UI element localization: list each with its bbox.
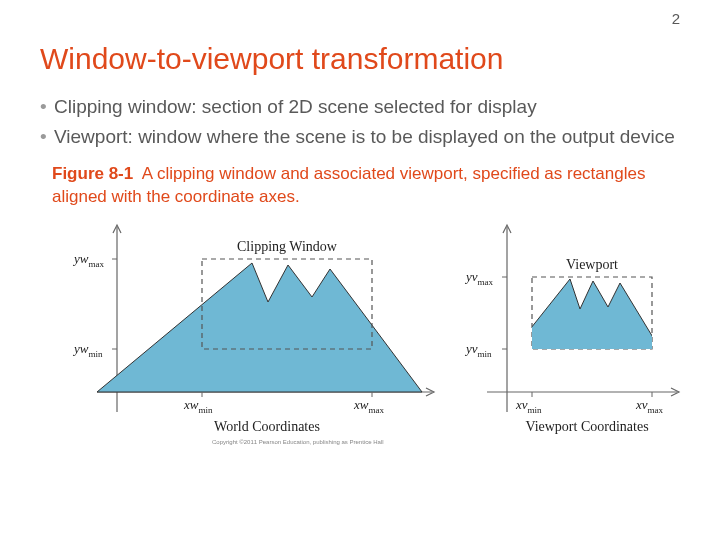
label-yvmax: yvmax [464,269,494,287]
figure-caption: Figure 8-1 A clipping window and associa… [52,163,680,209]
page-number: 2 [672,10,680,27]
label-xvmax: xvmax [635,397,664,415]
label-xwmax: xwmax [353,397,384,415]
viewport-coordinates-label: Viewport Coordinates [525,419,648,434]
copyright-text: Copyright ©2011 Pearson Education, publi… [212,439,384,445]
bullet-list: Clipping window: section of 2D scene sel… [40,94,680,149]
slide-title: Window-to-viewport transformation [40,42,680,76]
figure-area: ywmax ywmin xwmin xwmax Clipping Window … [52,217,692,447]
mountain-clip [492,279,677,377]
label-ywmax: ywmax [72,251,104,269]
world-coordinates-label: World Coordinates [214,419,320,434]
viewport-plot: yvmax yvmin xvmin xvmax Viewport Viewpor… [464,225,679,434]
viewport-label: Viewport [566,257,618,272]
figure-svg: ywmax ywmin xwmin xwmax Clipping Window … [52,217,692,447]
figure-text: A clipping window and associated viewpor… [52,164,645,206]
figure-number: Figure 8-1 [52,164,133,183]
label-xvmin: xvmin [515,397,542,415]
world-plot: ywmax ywmin xwmin xwmax Clipping Window … [72,225,434,434]
bullet-item: Viewport: window where the scene is to b… [40,124,680,150]
mountain-shape [97,263,422,392]
slide: 2 Window-to-viewport transformation Clip… [0,0,720,540]
bullet-item: Clipping window: section of 2D scene sel… [40,94,680,120]
viewport-content [492,279,677,377]
label-yvmin: yvmin [464,341,492,359]
label-xwmin: xwmin [183,397,213,415]
clipping-window-label: Clipping Window [237,239,338,254]
label-ywmin: ywmin [72,341,103,359]
